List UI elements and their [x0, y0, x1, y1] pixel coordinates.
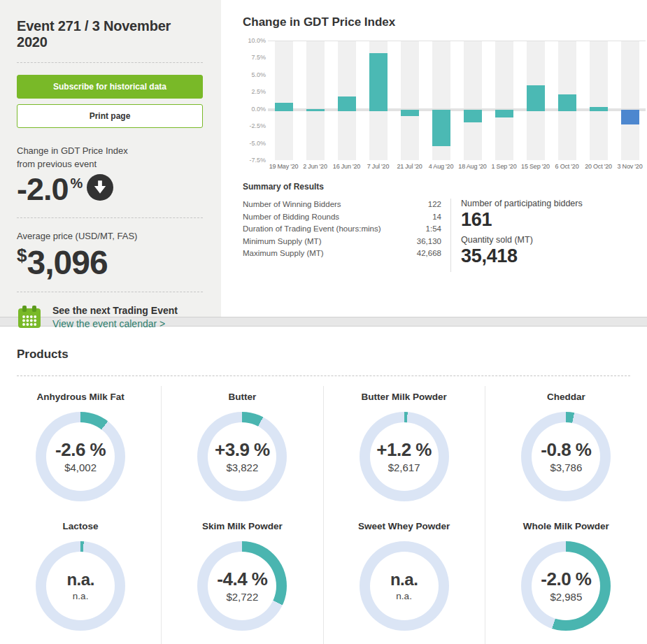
plot-stripe [590, 41, 608, 160]
divider [17, 62, 203, 63]
product-name: Cheddar [485, 392, 647, 402]
chart-plot-area [268, 41, 646, 160]
subscribe-button[interactable]: Subscribe for historical data [17, 75, 203, 99]
product-change-percent: -4.4 % [217, 569, 267, 589]
product-card[interactable]: Skim Milk Powder -4.4 % $2,722 [162, 515, 323, 644]
print-page-button[interactable]: Print page [17, 104, 203, 128]
plot-stripe [464, 41, 482, 160]
chart-bar[interactable] [590, 107, 608, 111]
product-card[interactable]: Lactose n.a. n.a. [0, 515, 162, 644]
summary-row-label: Duration of Trading Event (hours:mins) [243, 223, 381, 236]
product-price: $3,822 [226, 461, 258, 473]
chart-bar[interactable] [464, 110, 482, 123]
down-arrow-circle-icon [87, 174, 113, 201]
product-change-percent: n.a. [390, 571, 418, 589]
quantity-sold-label: Quantity sold (MT) [461, 235, 583, 245]
x-axis-label: 3 Nov '20 [609, 163, 647, 170]
product-price: n.a. [73, 591, 89, 601]
product-card[interactable]: Whole Milk Powder -2.0 % $2,985 [485, 515, 647, 644]
product-card[interactable]: Butter Milk Powder +1.2 % $2,617 [324, 386, 485, 515]
change-value: -2.0 [17, 173, 69, 206]
summary-row-label: Minimum Supply (MT) [243, 236, 321, 248]
plot-stripe [621, 41, 639, 160]
summary-row-label: Number of Bidding Rounds [243, 211, 339, 224]
chart-title: Change in GDT Price Index [243, 15, 647, 29]
next-event-block: See the next Trading Event View the even… [17, 304, 203, 331]
summary-row: Duration of Trading Event (hours:mins) 1… [243, 223, 441, 236]
product-donut-chart: n.a. n.a. [360, 541, 449, 631]
chart-bar[interactable] [338, 96, 356, 111]
chart-y-axis: 10.0%7.5%5.0%2.5%0.0%-2.5%-5.0%-7.5% [243, 41, 268, 160]
y-axis-label: 0.0% [251, 106, 266, 113]
next-event-title: See the next Trading Event [52, 304, 178, 317]
top-section: Event 271 / 3 November 2020 Subscribe fo… [0, 0, 647, 317]
chart-bar[interactable] [275, 103, 293, 111]
plot-stripe [401, 41, 419, 160]
products-section: Products Anhydrous Milk Fat -2.6 % $4,00… [0, 327, 647, 644]
summary-row-value: 122 [428, 199, 441, 211]
chart-bar[interactable] [558, 94, 576, 110]
product-donut-chart: +3.9 % $3,822 [197, 412, 287, 501]
y-axis-label: -2.5% [249, 122, 266, 129]
plot-stripe [275, 41, 293, 160]
product-donut-chart: +1.2 % $2,617 [360, 412, 449, 501]
product-name: Butter Milk Powder [324, 392, 485, 402]
plot-stripe [306, 41, 325, 160]
chart-bar[interactable] [306, 109, 325, 111]
product-name: Skim Milk Powder [162, 521, 322, 531]
avg-price-value: 3,096 [27, 244, 107, 281]
gdt-price-index-chart: 10.0%7.5%5.0%2.5%0.0%-2.5%-5.0%-7.5% 19 … [243, 41, 647, 173]
summary-row-value: 1:54 [426, 223, 441, 236]
summary-row: Number of Bidding Rounds 14 [243, 211, 441, 224]
y-axis-label: 5.0% [251, 71, 266, 78]
summary-row-value: 14 [432, 211, 441, 224]
change-unit: % [71, 176, 83, 192]
chart-bar[interactable] [401, 110, 419, 116]
y-axis-label: 7.5% [251, 54, 266, 61]
product-price: $3,786 [550, 461, 582, 473]
average-price: $3,096 [17, 246, 203, 280]
event-calendar-link[interactable]: View the event calendar > [52, 317, 178, 331]
summary-of-results: Summary of Results Number of Winning Bid… [243, 182, 647, 272]
product-donut-chart: -2.6 % $4,002 [36, 412, 125, 501]
product-card[interactable]: Cheddar -0.8 % $3,786 [485, 386, 647, 515]
chart-bar[interactable] [621, 110, 639, 125]
price-index-change: -2.0 % [17, 173, 203, 206]
products-heading: Products [0, 348, 647, 362]
product-card[interactable]: Butter +3.9 % $3,822 [162, 386, 323, 515]
avg-price-label: Average price (USD/MT, FAS) [17, 230, 203, 243]
y-axis-label: 10.0% [248, 37, 266, 44]
products-grid: Anhydrous Milk Fat -2.6 % $4,002 Butter … [0, 386, 647, 644]
product-change-percent: -2.0 % [541, 569, 591, 589]
summary-heading: Summary of Results [243, 182, 639, 192]
product-donut-chart: -0.8 % $3,786 [521, 412, 611, 501]
summary-row: Maximum Supply (MT) 42,668 [243, 248, 441, 260]
event-sidebar: Event 271 / 3 November 2020 Subscribe fo… [0, 0, 221, 317]
chart-bar[interactable] [432, 110, 450, 146]
product-card[interactable]: Sweet Whey Powder n.a. n.a. [324, 515, 485, 644]
product-name: Butter [162, 392, 322, 402]
event-title: Event 271 / 3 November 2020 [17, 18, 203, 50]
quantity-sold-value: 35,418 [461, 245, 583, 267]
product-name: Whole Milk Powder [485, 521, 647, 531]
product-change-percent: +1.2 % [376, 440, 432, 460]
summary-row: Minimum Supply (MT) 36,130 [243, 236, 441, 248]
product-change-percent: -0.8 % [541, 440, 591, 460]
summary-row-value: 42,668 [417, 248, 441, 260]
product-name: Sweet Whey Powder [324, 521, 485, 531]
divider [17, 292, 203, 292]
chart-bar[interactable] [495, 110, 513, 118]
product-name: Anhydrous Milk Fat [0, 392, 161, 402]
summary-row-value: 36,130 [417, 236, 441, 248]
chart-bar[interactable] [369, 53, 388, 111]
product-donut-chart: -4.4 % $2,722 [197, 541, 287, 631]
currency-symbol: $ [17, 245, 27, 266]
summary-row-label: Number of Winning Bidders [243, 199, 341, 211]
product-card[interactable]: Anhydrous Milk Fat -2.6 % $4,002 [0, 386, 162, 515]
participating-bidders-value: 161 [461, 208, 583, 231]
chart-bar[interactable] [527, 85, 545, 111]
summary-table: Number of Winning Bidders 122 Number of … [243, 199, 441, 272]
product-price: $2,617 [388, 461, 420, 473]
product-change-percent: +3.9 % [215, 440, 270, 460]
product-price: $2,985 [550, 591, 582, 603]
